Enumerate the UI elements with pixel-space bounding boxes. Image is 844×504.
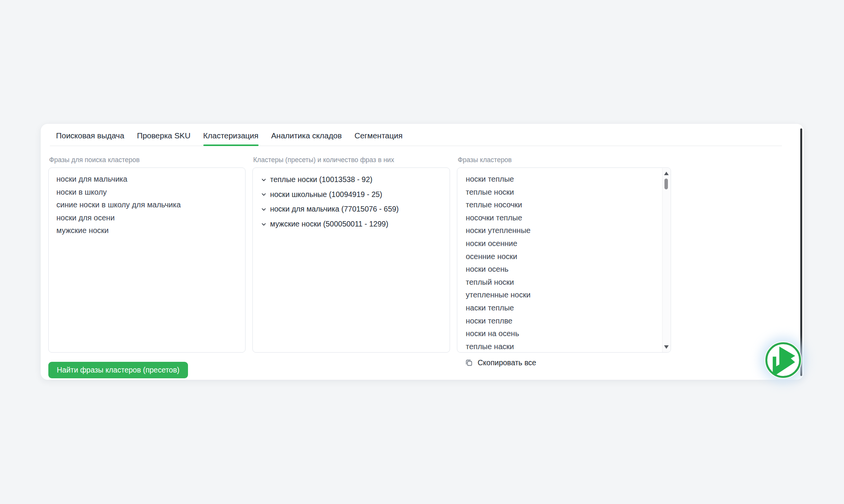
cluster-phrase-item: утепленные носки — [466, 289, 655, 302]
cluster-phrase-item: носки осень — [466, 263, 655, 276]
clusters-box[interactable]: теплые носки (10013538 - 92) носки школь… — [252, 167, 450, 353]
search-phrase-item: мужские носки — [56, 224, 237, 237]
tab-search-results[interactable]: Поисковая выдача — [56, 131, 124, 146]
search-phrases-column: Фразы для поиска кластеров носки для мал… — [48, 156, 246, 353]
tab-clustering[interactable]: Кластеризация — [203, 131, 259, 146]
tab-warehouse-analytics[interactable]: Аналитика складов — [271, 131, 342, 146]
tab-segmentation[interactable]: Сегментация — [354, 131, 402, 146]
phrases-scrollbar[interactable] — [662, 168, 670, 352]
search-phrases-box[interactable]: носки для мальчика носки в школу синие н… — [48, 167, 246, 353]
cluster-row[interactable]: носки для мальчика (77015076 - 659) — [260, 202, 442, 217]
cluster-phrase-item: носки утепленные — [466, 224, 655, 237]
cluster-phrase-item: носочки теплые — [466, 212, 655, 225]
tab-bar: Поисковая выдача Проверка SKU Кластериза… — [50, 124, 782, 146]
clusters-column: Кластеры (пресеты) и количество фраз в н… — [252, 156, 450, 353]
tab-sku-check[interactable]: Проверка SKU — [137, 131, 191, 146]
clusters-header: Кластеры (пресеты) и количество фраз в н… — [253, 156, 450, 164]
green-play-logo-icon — [765, 341, 802, 379]
chevron-down-icon — [260, 191, 267, 198]
search-phrases-header: Фразы для поиска кластеров — [49, 156, 246, 164]
search-phrase-item: синие носки в школу для мальчика — [56, 199, 237, 212]
find-cluster-phrases-button[interactable]: Найти фразы кластеров (пресетов) — [48, 362, 188, 378]
search-phrase-item: носки для мальчика — [56, 173, 237, 186]
cluster-phrase-item: осенние носки — [466, 250, 655, 263]
cluster-phrase-item: носки осенние — [466, 237, 655, 250]
cluster-phrases-header: Фразы кластеров — [458, 156, 671, 164]
cluster-label: носки для мальчика (77015076 - 659) — [270, 202, 399, 217]
cluster-phrase-item: наски теплые — [466, 302, 655, 315]
window-scrollbar[interactable] — [800, 128, 802, 376]
chevron-down-icon — [260, 206, 267, 213]
extension-fab-button[interactable] — [765, 341, 802, 379]
cluster-label: теплые носки (10013538 - 92) — [270, 172, 373, 187]
cluster-phrase-item: теплые носочки — [466, 199, 655, 212]
cluster-phrase-item: носки на осень — [466, 327, 655, 340]
cluster-row[interactable]: теплые носки (10013538 - 92) — [260, 172, 442, 187]
chevron-down-icon — [260, 177, 267, 183]
cluster-phrases-box[interactable]: носки теплые теплые носки теплые носочки… — [457, 167, 671, 353]
cluster-phrases-column: Фразы кластеров носки теплые теплые носк… — [457, 156, 671, 353]
cluster-phrase-item: носки теплые — [466, 173, 655, 186]
cluster-phrase-item: теплые наски — [466, 340, 655, 353]
cluster-label: мужские носки (500050011 - 1299) — [270, 217, 388, 231]
chevron-down-icon — [260, 221, 267, 228]
search-phrase-item: носки в школу — [56, 186, 237, 199]
copy-all-label: Скопировать все — [478, 358, 536, 367]
cluster-phrase-item: носки теплве — [466, 315, 655, 328]
scrollbar-up-arrow-icon[interactable] — [664, 172, 669, 175]
cluster-label: носки школьные (10094919 - 25) — [270, 187, 382, 202]
cluster-phrases-list: носки теплые теплые носки теплые носочки… — [457, 168, 671, 353]
extension-panel: Поисковая выдача Проверка SKU Кластериза… — [41, 124, 804, 380]
copy-all-button[interactable]: Скопировать все — [464, 357, 536, 368]
cluster-row[interactable]: мужские носки (500050011 - 1299) — [260, 217, 442, 231]
cluster-row[interactable]: носки школьные (10094919 - 25) — [260, 187, 442, 202]
search-phrase-item: носки для осени — [56, 212, 237, 225]
scrollbar-down-arrow-icon[interactable] — [664, 345, 669, 349]
cluster-phrase-item: теплые носки — [466, 186, 655, 199]
copy-icon — [464, 358, 473, 367]
cluster-phrase-item: теплый носки — [466, 276, 655, 289]
scrollbar-thumb[interactable] — [664, 179, 668, 189]
